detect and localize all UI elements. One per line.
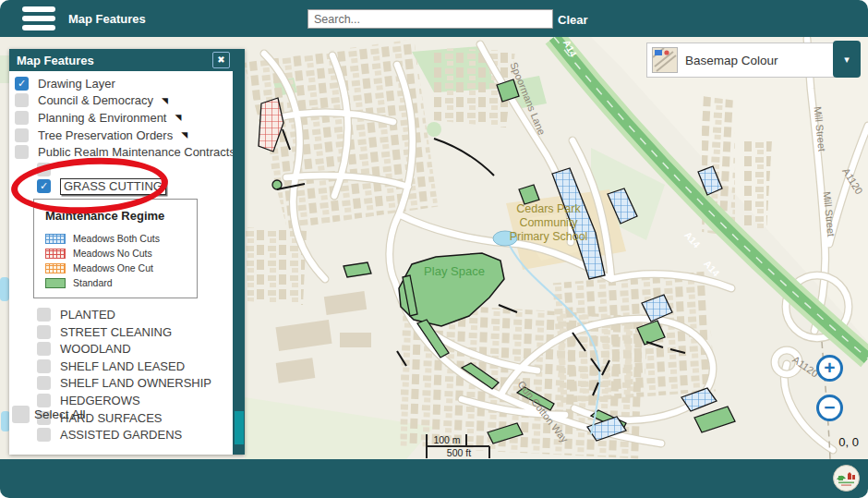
app-title: Map Features — [68, 12, 146, 26]
swatch-meadows-no-cuts — [45, 249, 66, 259]
check-icon: ✓ — [18, 78, 26, 90]
search-input[interactable] — [307, 9, 553, 29]
expand-icon[interactable]: ◥ — [162, 96, 168, 105]
layer-row-assisted-gardens[interactable]: ✓ ASSISTED GARDENS — [9, 426, 233, 443]
close-icon[interactable]: ✖ — [212, 52, 230, 68]
checkbox[interactable]: ✓ — [37, 325, 51, 339]
layer-row-planning-environment[interactable]: ✓ Planning & Environment ◥ — [9, 109, 233, 127]
maintenance-regime-legend: Maintenance Regime Meadows Both Cuts Mea… — [33, 199, 198, 298]
layer-row-public-realm-maintenance[interactable]: ✓ Public Realm Maintenance Contracts ◥ — [9, 143, 233, 161]
checkbox[interactable]: ✓ — [37, 359, 51, 373]
checkbox[interactable]: ✓ — [37, 342, 51, 356]
layer-row-grass-cutting[interactable]: ✓ GRASS CUTTING — [9, 178, 233, 196]
top-bar: Map Features Clear — [0, 0, 868, 37]
swatch-meadows-one-cut — [45, 263, 66, 273]
legend-item: Meadows No Cuts — [45, 246, 189, 261]
expand-icon[interactable]: ◥ — [181, 130, 187, 140]
map-features-panel: Map Features ✖ ✓ Drawing Layer ✓ Council… — [9, 49, 245, 455]
app-window: Spoormans Lane Mill Street Mill Street G… — [0, 0, 868, 498]
basemap-dropdown-button[interactable]: ▾ — [833, 41, 861, 78]
scale-metric: 100 m — [433, 434, 460, 445]
zoom-out-button[interactable]: − — [816, 395, 843, 421]
checkbox[interactable]: ✓ — [15, 111, 29, 125]
legend-item: Meadows Both Cuts — [45, 231, 189, 246]
zoom-in-button[interactable]: + — [816, 355, 843, 382]
layer-row-council-democracy[interactable]: ✓ Council & Democracy ◥ — [9, 92, 233, 110]
layer-row-woodland[interactable]: ✓ WOODLAND — [9, 340, 233, 358]
panel-header: Map Features ✖ — [9, 49, 245, 71]
school-label: Cedars Park — [516, 202, 581, 215]
legend-item: Meadows One Cut — [45, 261, 189, 275]
checkbox[interactable]: ✓ — [37, 376, 51, 390]
checkbox[interactable]: ✓ — [37, 163, 51, 176]
checkbox[interactable]: ✓ — [15, 77, 29, 91]
checkbox[interactable]: ✓ — [15, 145, 29, 159]
checkbox[interactable]: ✓ — [15, 128, 29, 142]
chevron-down-icon: ▾ — [844, 54, 850, 66]
basemap-selector[interactable]: Basemap Colour — [646, 43, 835, 78]
swatch-standard — [45, 278, 66, 288]
checkbox[interactable]: ✓ — [37, 179, 51, 193]
scale-imperial: 500 ft — [447, 447, 471, 458]
layer-row-obscured[interactable]: ✓ — [9, 161, 233, 178]
layer-row-tree-preservation-orders[interactable]: ✓ Tree Preservation Orders ◥ — [9, 127, 233, 144]
layer-row-street-cleaning[interactable]: ✓ STREET CLEANING — [9, 323, 233, 341]
checkbox[interactable]: ✓ — [37, 308, 51, 322]
check-icon: ✓ — [40, 180, 48, 192]
checkbox[interactable]: ✓ — [37, 428, 51, 442]
legend-item: Standard — [45, 275, 189, 290]
select-all-label: Select All — [34, 407, 86, 421]
play-space-label: Play Space — [424, 264, 485, 278]
menu-icon[interactable] — [22, 6, 55, 30]
select-all-checkbox[interactable]: ✓ — [12, 406, 30, 423]
checkbox[interactable]: ✓ — [15, 93, 29, 107]
select-all-control[interactable]: ✓ Select All — [12, 406, 86, 423]
layer-row-planted[interactable]: ✓ PLANTED — [9, 306, 233, 323]
layer-list: ✓ Drawing Layer ✓ Council & Democracy ◥ … — [9, 71, 233, 455]
layer-row-shelf-land-ownership[interactable]: ✓ SHELF LAND OWNERSHIP — [9, 375, 233, 393]
legend-title: Maintenance Regime — [45, 209, 189, 223]
layer-row-shelf-land-leased[interactable]: ✓ SHELF LAND LEASED — [9, 358, 233, 375]
layer-row-drawing-layer[interactable]: ✓ Drawing Layer — [9, 75, 233, 92]
school-label: Community — [519, 216, 578, 229]
basemap-label: Basemap Colour — [685, 54, 778, 67]
expand-icon[interactable]: ◥ — [175, 113, 181, 122]
panel-title: Map Features — [17, 54, 94, 67]
cursor-coordinates: 0, 0 — [838, 435, 859, 449]
council-logo — [833, 465, 860, 492]
school-label: Primary School — [510, 230, 588, 243]
clear-button[interactable]: Clear — [558, 13, 588, 27]
footer-bar — [0, 459, 868, 498]
basemap-thumbnail-icon — [652, 47, 678, 73]
scrollbar-thumb[interactable] — [235, 411, 244, 444]
panel-scrollbar[interactable] — [233, 71, 245, 455]
swatch-meadows-both-cuts — [45, 234, 66, 244]
